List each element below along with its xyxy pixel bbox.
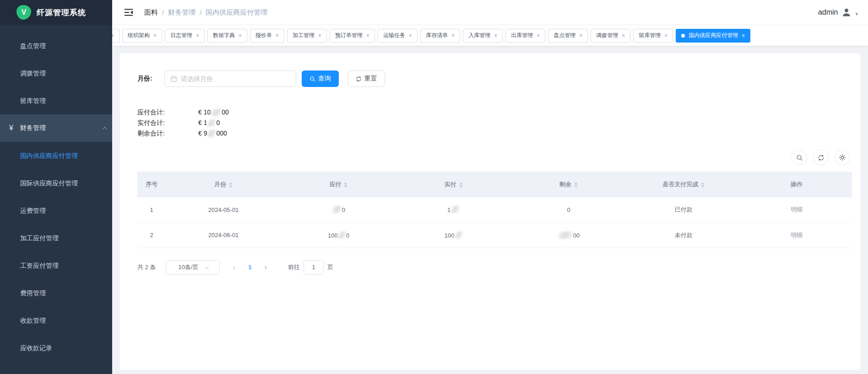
tab-inventory-check[interactable]: 盘点管理× <box>548 29 588 43</box>
value-fragment: € 1 <box>198 118 207 128</box>
tab-label: 预订单管理 <box>335 32 363 39</box>
sidebar-item-transfer[interactable]: 调拨管理 <box>0 60 112 87</box>
tab-retention[interactable]: 留库管理× <box>633 29 673 43</box>
page-number-current[interactable]: 1 <box>248 264 251 271</box>
month-picker[interactable] <box>164 70 296 87</box>
reset-button[interactable]: 重置 <box>348 70 385 87</box>
col-remaining[interactable]: 剩余 <box>511 172 626 197</box>
close-icon[interactable]: × <box>112 33 114 38</box>
app-logo-icon: V <box>16 5 31 20</box>
redacted-value <box>455 232 463 238</box>
summary-payable-value: € 1000 <box>198 107 229 118</box>
page-size-select[interactable]: 10条/页 <box>166 260 220 275</box>
col-month[interactable]: 月份 <box>166 172 281 197</box>
app-root: V 纤源管理系统 盘点管理 调拨管理 留库管理 ¥ 财务管理 国内供应商应付管理… <box>0 0 868 374</box>
col-paid[interactable]: 实付 <box>396 172 511 197</box>
close-icon[interactable]: × <box>196 33 199 38</box>
detail-link[interactable]: 明细 <box>791 232 803 238</box>
close-icon[interactable]: × <box>451 33 455 38</box>
close-icon[interactable]: × <box>318 33 321 38</box>
redacted-value <box>207 119 217 126</box>
sidebar-item-receipt[interactable]: 收款管理 <box>0 307 112 334</box>
sort-icon[interactable] <box>574 182 578 188</box>
cell-index: 2 <box>137 222 166 248</box>
close-icon[interactable]: × <box>622 33 625 38</box>
tab-org-structure[interactable]: 组织架构× <box>122 29 162 43</box>
sort-icon[interactable] <box>701 182 705 188</box>
close-icon[interactable]: × <box>409 33 412 38</box>
col-payable[interactable]: 应付 <box>281 172 396 197</box>
content: 月份: <box>112 46 868 374</box>
active-dot-icon <box>681 34 685 38</box>
sidebar-item-receivable-record[interactable]: 应收款记录 <box>0 334 112 362</box>
sidebar-item-international-supplier-payable[interactable]: 国际供应商应付管理 <box>0 169 112 197</box>
tab-inbound[interactable]: 入库管理× <box>463 29 503 43</box>
tab-transfer[interactable]: 调拨管理× <box>591 29 630 43</box>
sidebar-collapse-icon[interactable] <box>124 8 133 16</box>
table-header-row: 序号 月份 应付 实付 剩余 是否支付完成 操作 <box>137 172 852 197</box>
detail-link[interactable]: 明细 <box>791 206 803 213</box>
sort-icon[interactable] <box>344 182 347 188</box>
user-menu[interactable]: admin ▾ <box>818 7 858 17</box>
close-icon[interactable]: × <box>239 33 242 38</box>
next-page-button[interactable]: › <box>264 263 267 271</box>
tab-stock-list[interactable]: 库存清单× <box>420 29 460 43</box>
sort-icon[interactable] <box>229 182 233 188</box>
table-search-button[interactable] <box>792 150 807 165</box>
cell-actions: 明细 <box>741 222 852 248</box>
sidebar-item-inventory-check[interactable]: 盘点管理 <box>0 32 112 60</box>
col-payment-complete[interactable]: 是否支付完成 <box>626 172 741 197</box>
table-settings-button[interactable] <box>835 150 850 165</box>
search-button[interactable]: 查询 <box>302 70 339 87</box>
close-icon[interactable]: × <box>579 33 582 38</box>
tab-quotation[interactable]: 报价单× <box>250 29 284 43</box>
page-unit-label: 页 <box>327 263 333 271</box>
tab-preorder[interactable]: 预订单管理× <box>330 29 375 43</box>
sidebar-item-freight[interactable]: 运费管理 <box>0 197 112 224</box>
table-refresh-button[interactable] <box>813 150 829 165</box>
redacted-value <box>211 109 222 116</box>
close-icon[interactable]: × <box>537 33 540 38</box>
close-icon[interactable]: × <box>664 33 667 38</box>
summary-block: 应付合计: € 1000 实付合计: € 10 剩余合计: € 9000 <box>137 107 852 139</box>
cell-paid: 100 <box>396 222 511 248</box>
value-fragment: 0 <box>216 118 220 128</box>
sort-icon[interactable] <box>459 182 463 188</box>
goto-page-input[interactable] <box>304 260 324 275</box>
breadcrumb-item-fabric[interactable]: 面料 <box>144 8 158 17</box>
close-icon[interactable]: × <box>742 33 745 38</box>
sidebar-group-finance[interactable]: ¥ 财务管理 <box>0 114 112 142</box>
close-icon[interactable]: × <box>153 33 157 38</box>
value-fragment: 1 <box>447 206 450 213</box>
sidebar-item-retention[interactable]: 留库管理 <box>0 87 112 114</box>
tab-data-dict[interactable]: 数据字典× <box>207 29 247 43</box>
close-icon[interactable]: × <box>366 33 369 38</box>
breadcrumb-item-finance[interactable]: 财务管理 <box>168 8 195 17</box>
sidebar-item-processing-payable[interactable]: 加工应付管理 <box>0 224 112 252</box>
month-input[interactable] <box>181 75 290 82</box>
chevron-up-icon <box>103 126 107 131</box>
tab-domestic-supplier-payable-active[interactable]: 国内供应商应付管理× <box>676 29 750 43</box>
tab-label: 调拨管理 <box>596 32 618 39</box>
tab-processing[interactable]: 加工管理× <box>287 29 327 43</box>
tab-clipped[interactable]: 理× <box>112 29 119 43</box>
cell-status: 未付款 <box>626 222 741 248</box>
tab-label: 运输任务 <box>383 32 405 39</box>
breadcrumb-separator: / <box>162 9 164 16</box>
sidebar-item-salary-payable[interactable]: 工资应付管理 <box>0 252 112 279</box>
search-icon <box>796 154 803 161</box>
col-label: 是否支付完成 <box>662 181 698 188</box>
sidebar-item-expense[interactable]: 费用管理 <box>0 279 112 307</box>
tab-outbound[interactable]: 出库管理× <box>505 29 545 43</box>
cell-status: 已付款 <box>626 197 741 222</box>
redacted-value <box>558 232 573 238</box>
tab-log-mgmt[interactable]: 日志管理× <box>165 29 205 43</box>
reset-button-label: 重置 <box>364 75 377 83</box>
sidebar-item-domestic-supplier-payable[interactable]: 国内供应商应付管理 <box>0 142 112 169</box>
prev-page-button[interactable]: ‹ <box>233 263 235 271</box>
close-icon[interactable]: × <box>494 33 497 38</box>
col-label: 应付 <box>329 181 341 188</box>
tab-transport-task[interactable]: 运输任务× <box>378 29 418 43</box>
close-icon[interactable]: × <box>276 33 279 38</box>
sidebar: V 纤源管理系统 盘点管理 调拨管理 留库管理 ¥ 财务管理 国内供应商应付管理… <box>0 0 112 374</box>
